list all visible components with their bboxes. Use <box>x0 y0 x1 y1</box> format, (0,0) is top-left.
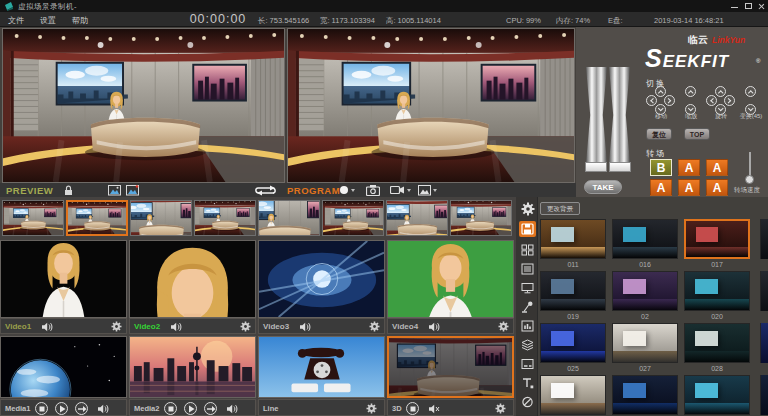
move-left-button[interactable] <box>646 95 657 106</box>
stop-button[interactable] <box>164 402 177 415</box>
chart-icon[interactable] <box>519 318 536 334</box>
stop-button[interactable] <box>406 402 419 415</box>
media2-preview[interactable] <box>129 336 256 398</box>
text-icon[interactable] <box>519 375 536 391</box>
scene-card[interactable]: 025 <box>540 323 606 374</box>
camera-angle-thumb[interactable] <box>130 200 192 236</box>
tbar-handle-right[interactable] <box>609 162 631 172</box>
camera-angle-thumb[interactable] <box>450 200 512 236</box>
transition-a3-button[interactable]: A <box>650 179 672 196</box>
rotate-right-button[interactable] <box>724 95 735 106</box>
menu-help[interactable]: 帮助 <box>72 15 88 26</box>
gear-icon[interactable] <box>366 403 377 414</box>
playlist-icon[interactable] <box>519 261 536 277</box>
transition-a5-button[interactable]: A <box>706 179 728 196</box>
gear-icon[interactable] <box>240 321 251 332</box>
layers-icon[interactable] <box>519 337 536 353</box>
gear-icon[interactable] <box>498 321 509 332</box>
disable-icon[interactable] <box>519 394 536 410</box>
line-preview[interactable] <box>258 336 385 398</box>
camera-angle-thumb[interactable] <box>2 200 64 236</box>
monitor-icon[interactable] <box>519 280 536 296</box>
save-icon[interactable] <box>519 221 536 237</box>
image-icon[interactable] <box>108 185 121 196</box>
snapshot-menu-caret[interactable] <box>433 189 437 192</box>
video2-preview[interactable] <box>129 240 256 318</box>
scene-card[interactable]: 011 <box>540 219 606 270</box>
lock-icon[interactable] <box>64 185 73 196</box>
zoom-in-button[interactable] <box>685 86 696 97</box>
settings-icon[interactable] <box>519 201 536 217</box>
video1-preview[interactable] <box>0 240 127 318</box>
scene-card[interactable]: 028 <box>684 323 750 374</box>
transition-a2-button[interactable]: A <box>706 159 728 176</box>
camera-angle-thumb[interactable] <box>386 200 448 236</box>
take-button[interactable]: TAKE <box>584 180 622 194</box>
menu-settings[interactable]: 设置 <box>40 15 56 26</box>
record-icon[interactable] <box>339 185 349 195</box>
transition-speed-thumb[interactable] <box>745 175 754 184</box>
caption-icon[interactable] <box>519 356 536 372</box>
top-button[interactable]: TOP <box>684 128 710 140</box>
gear-icon[interactable] <box>495 403 506 414</box>
play-button[interactable] <box>184 402 197 415</box>
speaker-icon[interactable] <box>428 322 440 332</box>
gear-icon[interactable] <box>111 321 122 332</box>
media1-preview[interactable] <box>0 336 127 398</box>
speaker-icon[interactable] <box>226 404 238 414</box>
play-button[interactable] <box>55 402 68 415</box>
camcorder-icon[interactable] <box>390 185 405 195</box>
scene-card[interactable]: 027 <box>612 323 678 374</box>
lamp-icon[interactable] <box>519 299 536 315</box>
camera-angle-thumb[interactable] <box>194 200 256 236</box>
scene-card[interactable] <box>612 375 678 416</box>
tbar-handle-left[interactable] <box>585 162 607 172</box>
change-background-tab[interactable]: 更改背景 <box>540 202 580 215</box>
scene-card-selected[interactable]: 017 <box>684 219 750 270</box>
gear-icon[interactable] <box>369 321 380 332</box>
camera-angle-thumb[interactable] <box>322 200 384 236</box>
scene-card[interactable]: 02 <box>612 271 678 322</box>
layout-grid-icon[interactable] <box>519 242 536 258</box>
swap-icon[interactable] <box>252 185 280 196</box>
stop-button[interactable] <box>35 402 48 415</box>
speaker-icon[interactable] <box>41 322 53 332</box>
move-up-button[interactable] <box>655 86 666 97</box>
reset-button[interactable]: 复位 <box>646 128 672 140</box>
program-monitor[interactable] <box>287 28 575 183</box>
next-button[interactable] <box>204 402 217 415</box>
close-icon[interactable] <box>757 2 766 10</box>
maximize-icon[interactable] <box>744 2 753 10</box>
speaker-icon[interactable] <box>97 404 109 414</box>
speaker-icon[interactable] <box>299 322 311 332</box>
menu-file[interactable]: 文件 <box>8 15 24 26</box>
camera-angle-thumb[interactable] <box>258 200 320 236</box>
rotate-up-button[interactable] <box>715 86 726 97</box>
next-button[interactable] <box>75 402 88 415</box>
move-right-button[interactable] <box>664 95 675 106</box>
snapshot-icon[interactable] <box>418 185 431 196</box>
transition-a4-button[interactable]: A <box>678 179 700 196</box>
minimize-icon[interactable] <box>730 2 739 10</box>
image-add-icon[interactable] <box>126 185 139 196</box>
scene-card[interactable]: 016 <box>612 219 678 270</box>
scene-card[interactable] <box>540 375 606 416</box>
camera-angle-thumb-selected[interactable] <box>66 200 128 236</box>
video4-preview[interactable] <box>387 240 514 318</box>
transform-up-button[interactable] <box>745 86 756 97</box>
transition-b-button[interactable]: B <box>650 159 672 176</box>
preview-monitor[interactable] <box>2 28 285 183</box>
camera-icon[interactable] <box>366 185 380 196</box>
camcorder-menu-caret[interactable] <box>407 189 411 192</box>
record-menu-caret[interactable] <box>351 189 355 192</box>
speaker-icon[interactable] <box>170 322 182 332</box>
video2-label: Video2 <box>134 322 160 331</box>
speaker-muted-icon[interactable] <box>428 404 440 414</box>
rotate-left-button[interactable] <box>706 95 717 106</box>
scene-card[interactable]: 019 <box>540 271 606 322</box>
transition-a1-button[interactable]: A <box>678 159 700 176</box>
scene-card[interactable] <box>684 375 750 416</box>
media3-preview[interactable] <box>387 336 514 398</box>
video3-preview[interactable] <box>258 240 385 318</box>
scene-card[interactable]: 020 <box>684 271 750 322</box>
